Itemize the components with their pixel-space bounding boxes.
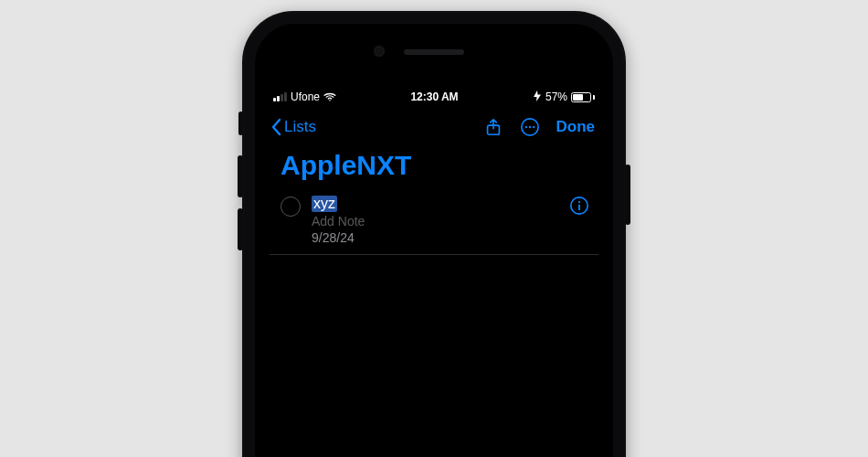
svg-rect-8: [578, 205, 580, 210]
reminder-row[interactable]: xyz Add Note 9/28/24: [270, 194, 598, 255]
reminder-date: 9/28/24: [312, 230, 589, 245]
earpiece-speaker: [404, 49, 464, 55]
navigation-bar: Lists: [270, 106, 598, 146]
more-options-button[interactable]: [520, 117, 540, 137]
phone-device-frame: Ufone 12:30 AM 57%: [242, 11, 626, 457]
battery-percent: 57%: [545, 90, 567, 103]
carrier-label: Ufone: [291, 90, 320, 103]
reminder-title-input[interactable]: xyz: [312, 196, 337, 212]
phone-bezel: Ufone 12:30 AM 57%: [255, 24, 613, 457]
power-button: [625, 165, 630, 225]
ellipsis-circle-icon: [520, 117, 540, 137]
reminder-note-input[interactable]: Add Note: [312, 214, 589, 228]
completion-toggle[interactable]: [281, 197, 301, 217]
chevron-left-icon: [270, 118, 282, 136]
charging-icon: [533, 90, 542, 104]
back-button[interactable]: Lists: [270, 118, 316, 136]
cellular-signal-icon: [273, 92, 287, 101]
details-button[interactable]: [569, 196, 589, 216]
screen: Ufone 12:30 AM 57%: [270, 88, 598, 457]
volume-down-button: [238, 208, 243, 250]
clock-label: 12:30 AM: [410, 90, 458, 103]
volume-up-button: [238, 155, 243, 197]
svg-point-4: [528, 126, 530, 128]
share-button[interactable]: [483, 117, 503, 137]
wifi-icon: [323, 92, 336, 101]
back-label: Lists: [284, 118, 316, 136]
status-bar: Ufone 12:30 AM 57%: [270, 88, 598, 106]
svg-point-7: [578, 201, 580, 203]
share-icon: [483, 117, 503, 137]
done-button[interactable]: Done: [556, 118, 596, 136]
list-title: AppleNXT: [270, 146, 598, 194]
svg-point-0: [329, 100, 331, 101]
info-circle-icon: [569, 196, 589, 216]
svg-point-5: [532, 126, 534, 128]
svg-point-3: [524, 126, 526, 128]
battery-icon: [571, 92, 595, 102]
mute-switch: [238, 112, 243, 135]
front-camera: [374, 46, 385, 57]
